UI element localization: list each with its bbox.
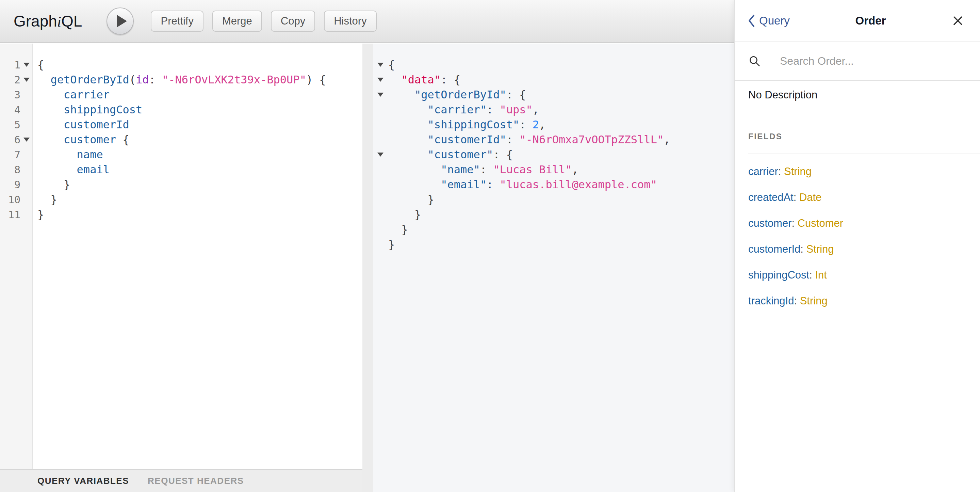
fold-arrow-icon[interactable] (24, 137, 30, 142)
query-code-text[interactable]: customer { (33, 132, 129, 147)
line-number: 11 (0, 209, 21, 220)
line-number: 10 (0, 194, 21, 206)
response-viewer: { "data": { "getOrderById": { "carrier":… (373, 43, 734, 492)
field-type-link[interactable]: String (800, 295, 827, 307)
query-line-7[interactable]: 7 name (0, 147, 363, 162)
fold-cell (373, 93, 388, 97)
query-code-text[interactable]: { (33, 57, 44, 72)
doc-back-button[interactable]: Query (748, 14, 790, 27)
execute-query-button[interactable] (107, 8, 134, 35)
response-line-3: "getOrderById": { (373, 87, 734, 102)
response-line-13: } (373, 237, 734, 252)
tab-request-headers[interactable]: REQUEST HEADERS (148, 476, 244, 486)
response-line-1: { (373, 57, 734, 72)
response-line-10: } (373, 192, 734, 207)
query-code-text[interactable]: email (33, 162, 110, 177)
fold-cell (21, 78, 33, 82)
chevron-left-icon (748, 14, 755, 27)
query-line-4[interactable]: 4 shippingCost (0, 102, 363, 117)
toolbar: GraphiQL PrettifyMergeCopyHistory (0, 0, 734, 43)
query-line-3[interactable]: 3 carrier (0, 87, 363, 102)
query-editor-pane[interactable]: 1{2 getOrderById(id: "-N6rOvLXK2t39x-Bp0… (0, 43, 363, 492)
field-type-link[interactable]: String (784, 166, 811, 177)
query-code-text[interactable]: customerId (33, 117, 129, 132)
query-line-5[interactable]: 5 customerId (0, 117, 363, 132)
response-code-text: "email": "lucas.bill@example.com" (388, 177, 657, 192)
play-icon (117, 15, 127, 27)
field-colon: : (794, 191, 799, 203)
fold-arrow-icon[interactable] (377, 63, 383, 67)
history-button[interactable]: History (324, 11, 376, 32)
field-name-link[interactable]: shippingCost (748, 269, 809, 281)
line-number: 8 (0, 164, 21, 176)
fold-arrow-icon[interactable] (24, 63, 30, 67)
field-name-link[interactable]: customer (748, 217, 791, 229)
response-code-text: "name": "Lucas Bill", (388, 162, 579, 177)
response-code-text: "shippingCost": 2, (388, 117, 546, 132)
field-type-link[interactable]: Customer (798, 217, 843, 229)
query-code-text[interactable]: } (33, 207, 44, 222)
fold-arrow-icon[interactable] (377, 153, 383, 157)
query-code-text[interactable]: carrier (33, 87, 110, 102)
response-code-text: } (388, 222, 408, 237)
pane-divider[interactable] (363, 43, 373, 492)
doc-body: No Description FIELDS carrier: Stringcre… (735, 81, 980, 307)
prettify-button[interactable]: Prettify (151, 11, 203, 32)
fold-arrow-icon[interactable] (24, 78, 30, 82)
line-number: 3 (0, 89, 21, 101)
response-line-8: "name": "Lucas Bill", (373, 162, 734, 177)
field-type-link[interactable]: Date (799, 191, 821, 203)
copy-button[interactable]: Copy (271, 11, 315, 32)
response-line-9: "email": "lucas.bill@example.com" (373, 177, 734, 192)
field-colon: : (778, 166, 784, 177)
line-number: 7 (0, 149, 21, 161)
fold-arrow-icon[interactable] (377, 93, 383, 97)
field-type-link[interactable]: String (807, 243, 834, 255)
fold-cell (373, 63, 388, 67)
doc-type-title: Order (790, 14, 951, 27)
field-colon: : (794, 295, 800, 307)
field-name-link[interactable]: trackingId (748, 295, 794, 307)
line-number: 6 (0, 134, 21, 146)
variables-bar: QUERY VARIABLESREQUEST HEADERS (0, 469, 363, 492)
fold-arrow-icon[interactable] (377, 78, 383, 82)
query-code-text[interactable]: shippingCost (33, 102, 142, 117)
query-line-2[interactable]: 2 getOrderById(id: "-N6rOvLXK2t39x-Bp0UP… (0, 72, 363, 87)
field-name-link[interactable]: carrier (748, 166, 778, 177)
query-line-1[interactable]: 1{ (0, 57, 363, 72)
merge-button[interactable]: Merge (212, 11, 262, 32)
query-line-8[interactable]: 8 email (0, 162, 363, 177)
fold-cell (373, 153, 388, 157)
query-code-text[interactable]: } (33, 192, 57, 207)
query-code-text[interactable]: getOrderById(id: "-N6rOvLXK2t39x-Bp0UP")… (33, 72, 326, 87)
field-name-link[interactable]: customerId (748, 243, 800, 255)
response-code-text: } (388, 192, 434, 207)
graphiql-logo: GraphiQL (14, 12, 82, 30)
response-line-2: "data": { (373, 72, 734, 87)
response-code-text: { (388, 57, 395, 72)
doc-search-row (735, 42, 980, 81)
response-line-6: "customerId": "-N6rOmxa7vOOTpZZSllL", (373, 132, 734, 147)
doc-explorer-panel: Query Order No Description FIELDS carrie… (734, 0, 980, 492)
response-code-text: "customer": { (388, 147, 513, 162)
query-code-text[interactable]: name (33, 147, 103, 162)
doc-explorer-header: Query Order (735, 0, 980, 42)
query-line-11[interactable]: 11} (0, 207, 363, 222)
doc-close-button[interactable] (951, 14, 964, 27)
search-icon (748, 55, 761, 67)
response-line-12: } (373, 222, 734, 237)
field-name-link[interactable]: createdAt (748, 191, 794, 203)
query-editor[interactable]: 1{2 getOrderById(id: "-N6rOvLXK2t39x-Bp0… (0, 43, 363, 222)
query-line-10[interactable]: 10 } (0, 192, 363, 207)
doc-back-label: Query (759, 14, 790, 27)
tab-query-variables[interactable]: QUERY VARIABLES (37, 476, 129, 486)
line-number: 2 (0, 74, 21, 86)
fold-cell (373, 78, 388, 82)
query-code-text[interactable]: } (33, 177, 70, 192)
doc-search-input[interactable] (780, 55, 957, 67)
fields-section-header: FIELDS (748, 132, 966, 141)
toolbar-button-group: PrettifyMergeCopyHistory (151, 11, 376, 32)
field-type-link[interactable]: Int (815, 269, 827, 281)
query-line-6[interactable]: 6 customer { (0, 132, 363, 147)
query-line-9[interactable]: 9 } (0, 177, 363, 192)
